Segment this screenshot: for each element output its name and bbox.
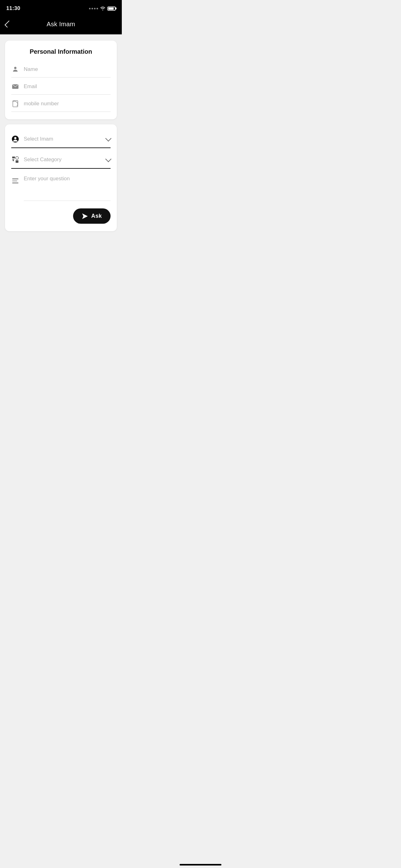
question-field-container: Enter your question xyxy=(24,176,110,201)
signal-icon xyxy=(89,8,98,9)
back-button[interactable] xyxy=(6,21,11,27)
status-icons xyxy=(89,6,115,11)
personal-info-card: Personal Information xyxy=(5,41,117,119)
ask-button-label: Ask xyxy=(91,213,102,219)
nav-bar: Ask Imam xyxy=(0,16,122,34)
category-chevron-icon xyxy=(105,156,111,162)
svg-marker-5 xyxy=(12,159,14,161)
email-icon xyxy=(11,83,20,91)
question-lines-icon xyxy=(11,177,20,185)
battery-icon xyxy=(107,6,115,11)
status-bar: 11:30 xyxy=(0,0,122,16)
select-imam-label: Select Imam xyxy=(24,136,102,142)
select-imam-dropdown[interactable]: Select Imam xyxy=(11,132,110,148)
wifi-icon xyxy=(100,6,106,11)
send-icon xyxy=(82,213,88,219)
back-chevron-icon xyxy=(5,21,12,28)
svg-point-0 xyxy=(14,67,16,69)
button-row: Ask xyxy=(11,208,110,224)
svg-rect-6 xyxy=(15,157,19,159)
question-area: Enter your question xyxy=(11,173,110,204)
question-underline xyxy=(24,200,110,201)
ask-button[interactable]: Ask xyxy=(73,208,110,224)
svg-point-3 xyxy=(14,137,16,140)
svg-marker-8 xyxy=(82,213,88,219)
status-time: 11:30 xyxy=(6,5,20,11)
name-input[interactable] xyxy=(24,66,110,72)
email-input[interactable] xyxy=(24,84,110,90)
personal-info-title: Personal Information xyxy=(11,48,110,55)
mobile-input[interactable] xyxy=(24,101,110,107)
main-content: Personal Information xyxy=(0,34,122,238)
question-placeholder-text: Enter your question xyxy=(24,176,110,182)
category-icon xyxy=(11,156,20,164)
select-category-label: Select Category xyxy=(24,157,102,163)
svg-rect-7 xyxy=(15,160,19,163)
email-field-row xyxy=(11,80,110,95)
select-category-dropdown[interactable]: Select Category xyxy=(11,153,110,169)
imam-icon xyxy=(11,135,20,143)
phone-icon xyxy=(11,100,20,108)
question-card: Select Imam Select Category xyxy=(5,124,117,231)
page-title: Ask Imam xyxy=(46,21,75,28)
mobile-field-row xyxy=(11,97,110,112)
svg-rect-4 xyxy=(12,157,15,158)
imam-chevron-icon xyxy=(105,135,111,142)
name-field-row xyxy=(11,63,110,78)
person-icon xyxy=(11,65,20,73)
